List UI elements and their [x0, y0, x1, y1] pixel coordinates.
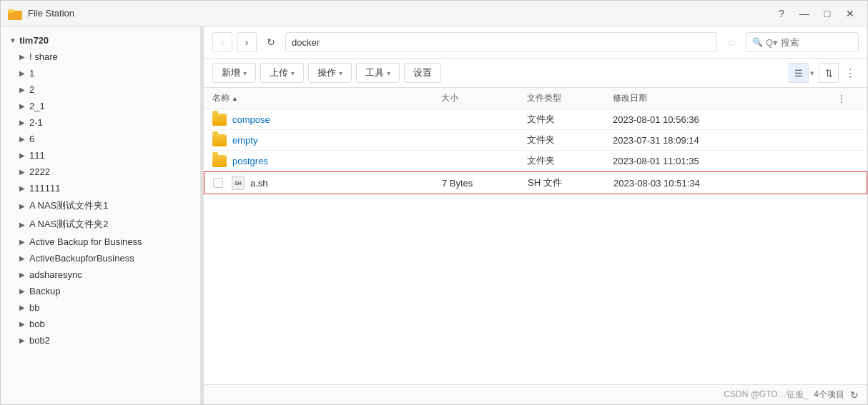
sidebar-item-label: bb [29, 302, 39, 313]
file-date: 2023-07-31 18:09:14 [613, 135, 837, 146]
sidebar-item-1[interactable]: ▶ 1 [1, 65, 200, 81]
folder-icon [212, 114, 227, 126]
sidebar-item-bob[interactable]: ▶ bob [1, 316, 200, 332]
view-toggles: ☰ ▾ [789, 63, 814, 83]
sidebar-item-label: ActiveBackupforBusiness [29, 253, 134, 264]
sidebar-item-6[interactable]: ▶ 6 [1, 131, 200, 147]
sidebar-item-label: ! share [29, 51, 58, 62]
chevron-right-icon: ▶ [19, 184, 25, 192]
sidebar-item-active-backup[interactable]: ▶ Active Backup for Business [1, 234, 200, 250]
column-name-label: 名称 [212, 92, 230, 104]
maximize-button[interactable]: □ [817, 6, 837, 21]
sort-view-button[interactable]: ⇅ [819, 63, 839, 83]
sidebar-item-2222[interactable]: ▶ 2222 [1, 164, 200, 180]
chevron-right-icon: ▶ [19, 86, 25, 94]
sort-icon: ▲ [232, 95, 238, 102]
chevron-right-icon: ▶ [19, 254, 25, 262]
refresh-status-button[interactable]: ↻ [850, 389, 859, 401]
sidebar-item-bob2[interactable]: ▶ bob2 [1, 332, 200, 349]
chevron-right-icon: ▶ [19, 69, 25, 77]
sidebar: ▼ tim720 ▶ ! share ▶ 1 ▶ 2 ▶ 2_1 ▶ 2-1 [1, 26, 201, 404]
upload-button[interactable]: 上传 ▾ [260, 63, 304, 83]
chevron-right-icon: ▶ [19, 320, 25, 328]
column-name[interactable]: 名称 ▲ [212, 92, 441, 104]
list-view-button[interactable]: ☰ [789, 63, 809, 83]
file-name-cell: SH a.sh [213, 176, 442, 190]
tools-button[interactable]: 工具 ▾ [356, 63, 400, 83]
help-button[interactable]: ? [771, 6, 791, 21]
sidebar-item-label: 1 [29, 68, 34, 79]
sidebar-item-backup[interactable]: ▶ Backup [1, 283, 200, 299]
file-type: 文件夹 [527, 134, 613, 146]
minimize-button[interactable]: — [794, 6, 814, 21]
item-count: 4个项目 [814, 389, 844, 401]
app-icon [8, 7, 22, 20]
refresh-button[interactable]: ↻ [261, 32, 281, 52]
upload-label: 上传 [270, 66, 288, 79]
sidebar-item-label: 2222 [29, 166, 50, 177]
sidebar-item-label: bob2 [29, 335, 50, 346]
sidebar-item-anas1[interactable]: ▶ A NAS测试文件夹1 [1, 196, 200, 215]
tools-label: 工具 [365, 66, 384, 79]
column-type[interactable]: 文件类型 [527, 92, 613, 104]
chevron-right-icon: ▶ [19, 135, 25, 143]
column-size[interactable]: 大小 [441, 92, 527, 104]
file-type: 文件夹 [527, 154, 613, 167]
window-title: File Station [28, 8, 74, 19]
back-button[interactable]: ‹ [212, 32, 232, 52]
forward-button[interactable]: › [237, 32, 257, 52]
sidebar-item-bb[interactable]: ▶ bb [1, 299, 200, 316]
new-button[interactable]: 新增 ▾ [212, 63, 256, 83]
sidebar-item-label: bob [29, 319, 45, 329]
sidebar-item-label: 111 [29, 150, 45, 161]
sidebar-item-adsharesync[interactable]: ▶ adsharesync [1, 266, 200, 283]
search-input[interactable] [781, 37, 852, 48]
more-button[interactable]: ⋮ [842, 64, 859, 81]
chevron-right-icon: ▶ [19, 336, 25, 344]
column-more[interactable]: ⋮ [837, 92, 859, 104]
action-button[interactable]: 操作 ▾ [308, 63, 352, 83]
title-bar: File Station ? — □ ✕ [1, 1, 867, 26]
table-row[interactable]: SH a.sh 7 Bytes SH 文件 2023-08-03 10:51:3… [204, 171, 867, 194]
file-name: empty [232, 135, 257, 146]
file-checkbox[interactable] [213, 178, 223, 188]
file-list-header: 名称 ▲ 大小 文件类型 修改日期 ⋮ [204, 88, 867, 109]
file-name-cell: empty [212, 134, 441, 146]
navigation-toolbar: ‹ › ↻ ☆ 🔍 Q▾ [204, 26, 867, 59]
settings-label: 设置 [413, 66, 432, 79]
sidebar-item-label: A NAS测试文件夹2 [29, 218, 109, 231]
column-date-label: 修改日期 [613, 92, 647, 104]
table-row[interactable]: postgres 文件夹 2023-08-01 11:01:35 [204, 151, 867, 171]
sidebar-item-2[interactable]: ▶ 2 [1, 81, 200, 98]
column-date[interactable]: 修改日期 [613, 92, 837, 104]
table-row[interactable]: empty 文件夹 2023-07-31 18:09:14 [204, 130, 867, 151]
dropdown-arrow-icon: ▾ [291, 69, 295, 77]
sidebar-item-2_1[interactable]: ▶ 2_1 [1, 98, 200, 114]
dropdown-arrow-icon: ▾ [243, 69, 247, 77]
settings-button[interactable]: 设置 [404, 63, 441, 83]
table-row[interactable]: compose 文件夹 2023-08-01 10:56:36 [204, 109, 867, 130]
content-pane: ‹ › ↻ ☆ 🔍 Q▾ 新增 ▾ 上传 ▾ [204, 26, 867, 404]
folder-icon [212, 134, 227, 146]
chevron-right-icon: ▶ [19, 304, 25, 311]
sidebar-item-anas2[interactable]: ▶ A NAS测试文件夹2 [1, 215, 200, 234]
sidebar-root[interactable]: ▼ tim720 [1, 32, 200, 49]
sidebar-item-111111[interactable]: ▶ 111111 [1, 180, 200, 196]
file-name-cell: postgres [212, 155, 441, 167]
watermark-text: CSDN @GTO…征服_ [724, 389, 808, 401]
file-size: 7 Bytes [442, 178, 528, 189]
path-input[interactable] [285, 32, 717, 52]
file-date: 2023-08-01 10:56:36 [613, 114, 837, 125]
sidebar-item-2-1[interactable]: ▶ 2-1 [1, 114, 200, 131]
action-toolbar: 新增 ▾ 上传 ▾ 操作 ▾ 工具 ▾ 设置 [204, 59, 867, 88]
close-button[interactable]: ✕ [840, 6, 860, 21]
file-name: compose [232, 114, 270, 125]
folder-icon [212, 155, 227, 167]
sidebar-item-activebk[interactable]: ▶ ActiveBackupforBusiness [1, 250, 200, 266]
sidebar-item-111[interactable]: ▶ 111 [1, 147, 200, 164]
sidebar-item-share[interactable]: ▶ ! share [1, 49, 200, 65]
file-list: 名称 ▲ 大小 文件类型 修改日期 ⋮ [204, 88, 867, 384]
chevron-down-icon: ▼ [9, 36, 16, 44]
chevron-right-icon: ▶ [19, 202, 25, 210]
favorite-button[interactable]: ☆ [721, 32, 741, 52]
